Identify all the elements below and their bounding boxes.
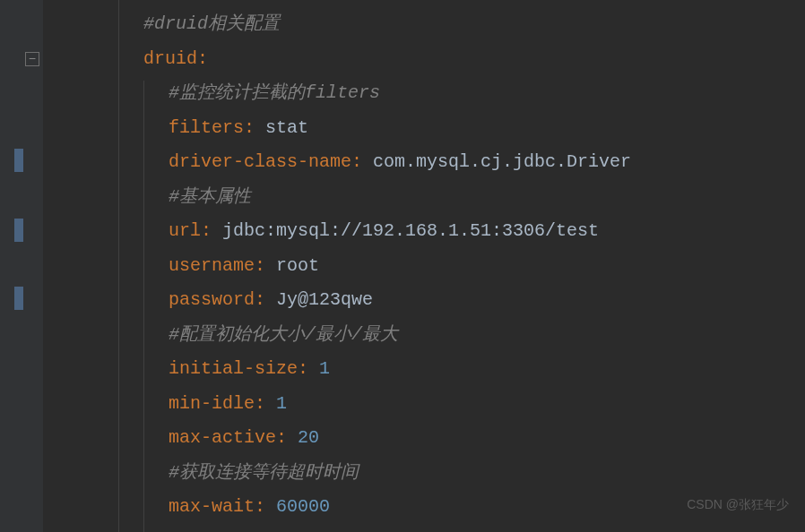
yaml-key: filters xyxy=(169,117,244,138)
yaml-key: initial-size xyxy=(169,358,298,379)
yaml-value: root xyxy=(276,255,319,276)
colon: : xyxy=(197,48,208,69)
yaml-value: 1 xyxy=(319,358,330,379)
code-line[interactable]: #druid相关配置 xyxy=(43,7,805,42)
code-editor[interactable]: #druid相关配置druid:#监控统计拦截的filtersfilters: … xyxy=(43,7,805,525)
code-line[interactable]: driver-class-name: com.mysql.cj.jdbc.Dri… xyxy=(43,145,805,180)
comment: #基本属性 xyxy=(169,186,251,207)
yaml-value: jdbc:mysql://192.168.1.51:3306/test xyxy=(222,220,599,241)
comment: #druid相关配置 xyxy=(143,13,280,34)
colon: : xyxy=(255,496,276,517)
colon: : xyxy=(298,358,319,379)
code-line[interactable]: max-active: 20 xyxy=(43,421,805,456)
code-line[interactable]: url: jdbc:mysql://192.168.1.51:3306/test xyxy=(43,214,805,249)
gutter xyxy=(0,0,43,532)
colon: : xyxy=(244,117,265,138)
code-line[interactable]: #监控统计拦截的filters xyxy=(43,76,805,111)
code-line[interactable]: username: root xyxy=(43,249,805,284)
colon: : xyxy=(255,393,276,414)
yaml-key: max-active xyxy=(169,427,276,448)
colon: : xyxy=(276,427,298,448)
code-line[interactable]: initial-size: 1 xyxy=(43,352,805,387)
colon: : xyxy=(255,255,276,276)
yaml-key: druid xyxy=(143,48,197,69)
yaml-value: 60000 xyxy=(276,496,330,517)
watermark: CSDN @张狂年少 xyxy=(687,487,789,522)
code-line[interactable]: filters: stat xyxy=(43,111,805,146)
change-marker xyxy=(14,149,23,172)
comment: #配置初始化大小/最小/最大 xyxy=(169,324,398,345)
yaml-value: Jy@123qwe xyxy=(276,289,373,310)
change-marker xyxy=(14,287,23,310)
yaml-key: max-wait xyxy=(169,496,255,517)
code-line[interactable]: #基本属性 xyxy=(43,180,805,215)
yaml-key: min-idle xyxy=(169,393,255,414)
yaml-value: com.mysql.cj.jdbc.Driver xyxy=(373,151,631,172)
yaml-key: driver-class-name xyxy=(169,151,351,172)
colon: : xyxy=(351,151,373,172)
yaml-key: url xyxy=(169,220,201,241)
code-line[interactable]: druid: xyxy=(43,42,805,77)
yaml-value: 20 xyxy=(298,427,319,448)
colon: : xyxy=(255,289,276,310)
fold-icon[interactable] xyxy=(25,52,39,66)
code-line[interactable]: password: Jy@123qwe xyxy=(43,283,805,318)
change-marker xyxy=(14,219,23,242)
code-line[interactable]: min-idle: 1 xyxy=(43,387,805,422)
code-line[interactable]: #获取连接等待超时时间 xyxy=(43,456,805,491)
yaml-key: password xyxy=(169,289,255,310)
yaml-key: username xyxy=(169,255,255,276)
yaml-value: stat xyxy=(265,117,308,138)
code-line[interactable]: #配置初始化大小/最小/最大 xyxy=(43,318,805,353)
comment: #监控统计拦截的filters xyxy=(169,82,380,103)
colon: : xyxy=(201,220,222,241)
comment: #获取连接等待超时时间 xyxy=(169,462,359,483)
yaml-value: 1 xyxy=(276,393,287,414)
